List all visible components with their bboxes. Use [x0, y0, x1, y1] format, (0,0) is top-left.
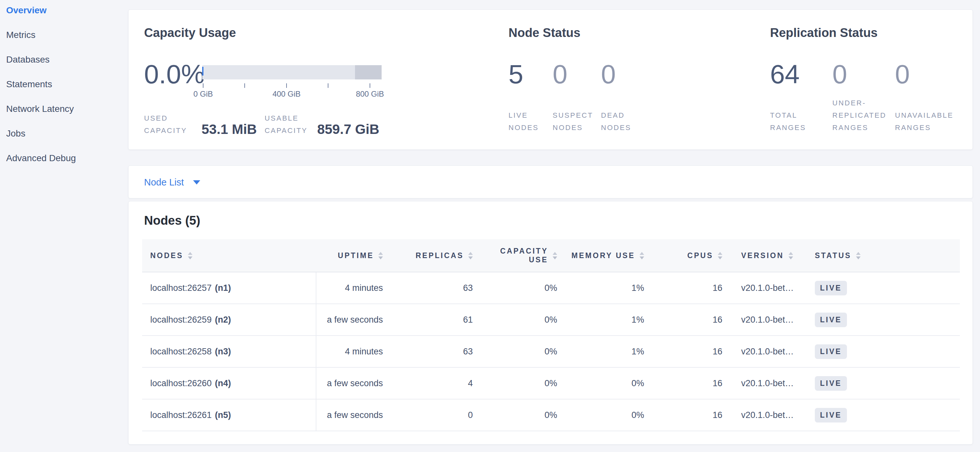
capacity-use-cell: 0% — [479, 368, 564, 399]
column-header-cpus-label: CPUS — [687, 251, 713, 260]
version-cell: v20.1.0-bet… — [729, 336, 807, 367]
node-id: (n1) — [215, 283, 231, 293]
column-header-replicas[interactable]: REPLICAS — [390, 239, 479, 272]
replicas-cell: 4 — [390, 368, 479, 399]
version-cell: v20.1.0-bet… — [729, 368, 807, 399]
status-cell: LIVE — [807, 400, 960, 431]
overview-page: Overview Metrics Databases Statements Ne… — [0, 0, 980, 452]
column-header-memory-use-label: MEMORY USE — [571, 251, 635, 260]
column-header-version[interactable]: VERSION — [729, 239, 807, 272]
capacity-axis-label-800: 800 GiB — [356, 89, 384, 98]
capacity-use-cell: 0% — [479, 272, 564, 303]
cpus-cell: 16 — [651, 368, 729, 399]
capacity-usage-title: Capacity Usage — [144, 26, 236, 40]
under-replicated-ranges-count: 0 — [832, 61, 894, 87]
sidebar-item-network-latency[interactable]: Network Latency — [6, 104, 127, 115]
cluster-summary-card: Capacity Usage 0.0% 0 GiB 400 GiB 800 Gi… — [128, 10, 973, 150]
node-address-cell: localhost:26260(n4) — [142, 368, 317, 399]
status-cell: LIVE — [807, 304, 960, 335]
capacity-use-cell: 0% — [479, 336, 564, 367]
replicas-cell: 63 — [390, 272, 479, 303]
used-capacity-label: USED CAPACITY — [144, 112, 202, 137]
status-badge: LIVE — [815, 376, 847, 391]
unavailable-ranges-count: 0 — [895, 61, 960, 87]
capacity-used-percent: 0.0% — [144, 61, 205, 87]
capacity-stats: USED CAPACITY 53.1 MiB USABLE CAPACITY 8… — [144, 112, 379, 137]
sort-icon — [379, 252, 383, 259]
table-row-node-3[interactable]: localhost:26258(n3) 4 minutes 63 0% 1% 1… — [142, 336, 960, 368]
column-header-replicas-label: REPLICAS — [416, 251, 464, 260]
column-header-version-label: VERSION — [741, 251, 784, 260]
nodes-table-heading: Nodes (5) — [144, 214, 200, 228]
status-badge: LIVE — [815, 281, 847, 295]
column-header-status[interactable]: STATUS — [807, 239, 960, 272]
live-nodes-count: 5 — [509, 61, 551, 87]
status-badge: LIVE — [815, 312, 847, 327]
chevron-down-icon — [193, 180, 200, 184]
memory-use-cell: 1% — [564, 304, 651, 335]
table-row-node-4[interactable]: localhost:26260(n4) a few seconds 4 0% 0… — [142, 368, 960, 400]
uptime-cell: a few seconds — [317, 400, 390, 431]
column-header-nodes-label: NODES — [150, 251, 183, 260]
under-replicated-ranges-stat: 0 UNDER-REPLICATED RANGES — [832, 61, 894, 134]
capacity-use-cell: 0% — [479, 400, 564, 431]
column-header-cpus[interactable]: CPUS — [651, 239, 729, 272]
sort-icon — [468, 252, 473, 259]
node-id: (n3) — [215, 347, 231, 357]
usable-capacity-label: USABLE CAPACITY — [264, 112, 317, 137]
node-status-title: Node Status — [509, 26, 581, 40]
column-header-memory-use[interactable]: MEMORY USE — [564, 239, 651, 272]
sidebar-item-jobs[interactable]: Jobs — [6, 128, 127, 140]
node-address: localhost:26257 — [150, 283, 212, 293]
column-header-nodes[interactable]: NODES — [142, 239, 317, 272]
suspect-nodes-label: SUSPECT NODES — [553, 109, 597, 134]
node-address-cell: localhost:26257(n1) — [142, 272, 317, 303]
uptime-cell: 4 minutes — [317, 272, 390, 303]
node-id: (n4) — [215, 378, 231, 389]
sort-icon — [789, 252, 793, 259]
cpus-cell: 16 — [651, 272, 729, 303]
node-id: (n5) — [215, 410, 231, 420]
node-address: localhost:26259 — [150, 315, 212, 325]
capacity-axis-label-0: 0 GiB — [193, 89, 213, 98]
sidebar-item-statements[interactable]: Statements — [6, 79, 127, 90]
version-cell: v20.1.0-bet… — [729, 400, 807, 431]
sidebar-item-overview[interactable]: Overview — [6, 5, 127, 16]
version-cell: v20.1.0-bet… — [729, 304, 807, 335]
nodes-table-header: NODES UPTIME REPLICAS CAPACITY USE MEMOR… — [142, 239, 960, 272]
table-row-node-5[interactable]: localhost:26261(n5) a few seconds 0 0% 0… — [142, 400, 960, 431]
node-list-dropdown-label: Node List — [144, 177, 184, 188]
sidebar-item-advanced-debug[interactable]: Advanced Debug — [6, 153, 127, 164]
table-row-node-2[interactable]: localhost:26259(n2) a few seconds 61 0% … — [142, 304, 960, 336]
dead-nodes-stat: 0 DEAD NODES — [601, 61, 650, 134]
node-address: localhost:26261 — [150, 410, 212, 420]
capacity-axis-tick — [244, 83, 245, 88]
under-replicated-ranges-label: UNDER-REPLICATED RANGES — [832, 97, 892, 134]
nodes-table-card: Nodes (5) NODES UPTIME REPLICAS CAPACITY… — [128, 201, 973, 444]
total-ranges-stat: 64 TOTAL RANGES — [770, 61, 830, 134]
capacity-bar-reserved-segment — [355, 65, 382, 79]
status-badge: LIVE — [815, 344, 847, 359]
replication-status-title: Replication Status — [770, 26, 878, 40]
sidebar-item-databases[interactable]: Databases — [6, 54, 127, 65]
capacity-axis-label-400: 400 GiB — [273, 89, 301, 98]
column-header-uptime[interactable]: UPTIME — [317, 239, 390, 272]
usable-capacity-value: 859.7 GiB — [317, 122, 379, 136]
replicas-cell: 0 — [390, 400, 479, 431]
sidebar-item-metrics[interactable]: Metrics — [6, 30, 127, 41]
column-header-uptime-label: UPTIME — [338, 251, 374, 260]
cpus-cell: 16 — [651, 304, 729, 335]
uptime-cell: a few seconds — [317, 304, 390, 335]
column-header-capacity-use-label: CAPACITY USE — [500, 247, 548, 264]
memory-use-cell: 0% — [564, 400, 651, 431]
cpus-cell: 16 — [651, 336, 729, 367]
node-list-dropdown[interactable]: Node List — [144, 166, 200, 199]
column-header-capacity-use[interactable]: CAPACITY USE — [479, 239, 564, 272]
status-badge: LIVE — [815, 408, 847, 422]
sort-icon — [640, 252, 644, 259]
total-ranges-count: 64 — [770, 61, 830, 87]
table-row-node-1[interactable]: localhost:26257(n1) 4 minutes 63 0% 1% 1… — [142, 272, 960, 304]
version-cell: v20.1.0-bet… — [729, 272, 807, 303]
node-address-cell: localhost:26259(n2) — [142, 304, 317, 335]
replicas-cell: 63 — [390, 336, 479, 367]
